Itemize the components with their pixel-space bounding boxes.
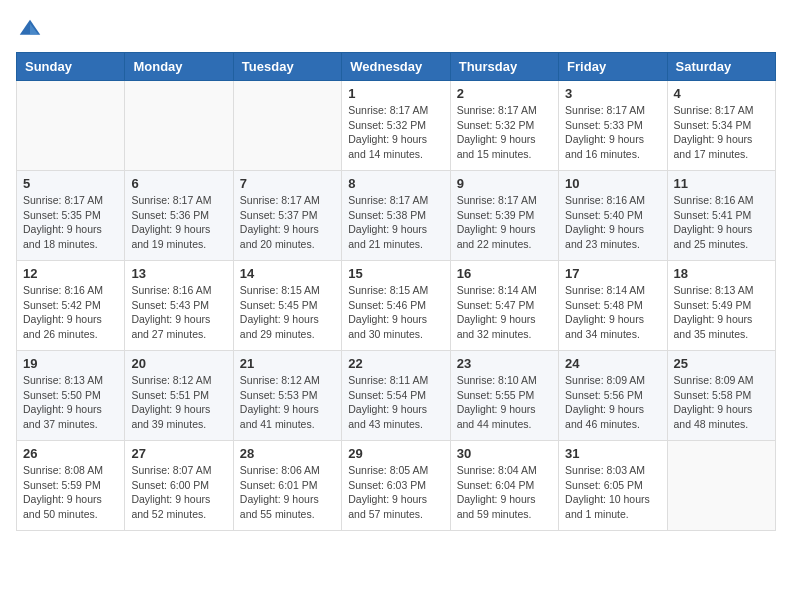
day-info: Sunrise: 8:17 AMSunset: 5:38 PMDaylight:… [348, 193, 443, 252]
day-number: 5 [23, 176, 118, 191]
logo-icon [16, 16, 44, 44]
calendar-empty-cell [233, 81, 341, 171]
day-number: 30 [457, 446, 552, 461]
day-number: 27 [131, 446, 226, 461]
day-info: Sunrise: 8:13 AMSunset: 5:50 PMDaylight:… [23, 373, 118, 432]
day-number: 9 [457, 176, 552, 191]
day-info: Sunrise: 8:17 AMSunset: 5:35 PMDaylight:… [23, 193, 118, 252]
page-header [16, 16, 776, 44]
day-info: Sunrise: 8:16 AMSunset: 5:40 PMDaylight:… [565, 193, 660, 252]
day-number: 11 [674, 176, 769, 191]
calendar-day-9: 9Sunrise: 8:17 AMSunset: 5:39 PMDaylight… [450, 171, 558, 261]
calendar-day-21: 21Sunrise: 8:12 AMSunset: 5:53 PMDayligh… [233, 351, 341, 441]
day-info: Sunrise: 8:17 AMSunset: 5:32 PMDaylight:… [348, 103, 443, 162]
day-info: Sunrise: 8:08 AMSunset: 5:59 PMDaylight:… [23, 463, 118, 522]
day-number: 21 [240, 356, 335, 371]
calendar-day-20: 20Sunrise: 8:12 AMSunset: 5:51 PMDayligh… [125, 351, 233, 441]
calendar-week-row: 19Sunrise: 8:13 AMSunset: 5:50 PMDayligh… [17, 351, 776, 441]
day-info: Sunrise: 8:17 AMSunset: 5:37 PMDaylight:… [240, 193, 335, 252]
day-number: 25 [674, 356, 769, 371]
weekday-header-wednesday: Wednesday [342, 53, 450, 81]
calendar-day-24: 24Sunrise: 8:09 AMSunset: 5:56 PMDayligh… [559, 351, 667, 441]
calendar-day-12: 12Sunrise: 8:16 AMSunset: 5:42 PMDayligh… [17, 261, 125, 351]
weekday-header-sunday: Sunday [17, 53, 125, 81]
day-number: 18 [674, 266, 769, 281]
day-number: 13 [131, 266, 226, 281]
calendar-week-row: 12Sunrise: 8:16 AMSunset: 5:42 PMDayligh… [17, 261, 776, 351]
calendar-day-23: 23Sunrise: 8:10 AMSunset: 5:55 PMDayligh… [450, 351, 558, 441]
day-info: Sunrise: 8:12 AMSunset: 5:53 PMDaylight:… [240, 373, 335, 432]
day-info: Sunrise: 8:17 AMSunset: 5:36 PMDaylight:… [131, 193, 226, 252]
calendar-day-30: 30Sunrise: 8:04 AMSunset: 6:04 PMDayligh… [450, 441, 558, 531]
day-info: Sunrise: 8:14 AMSunset: 5:47 PMDaylight:… [457, 283, 552, 342]
day-info: Sunrise: 8:09 AMSunset: 5:56 PMDaylight:… [565, 373, 660, 432]
day-number: 19 [23, 356, 118, 371]
day-number: 1 [348, 86, 443, 101]
calendar-day-2: 2Sunrise: 8:17 AMSunset: 5:32 PMDaylight… [450, 81, 558, 171]
weekday-header-row: SundayMondayTuesdayWednesdayThursdayFrid… [17, 53, 776, 81]
day-info: Sunrise: 8:06 AMSunset: 6:01 PMDaylight:… [240, 463, 335, 522]
weekday-header-tuesday: Tuesday [233, 53, 341, 81]
calendar-day-3: 3Sunrise: 8:17 AMSunset: 5:33 PMDaylight… [559, 81, 667, 171]
calendar-day-19: 19Sunrise: 8:13 AMSunset: 5:50 PMDayligh… [17, 351, 125, 441]
day-info: Sunrise: 8:13 AMSunset: 5:49 PMDaylight:… [674, 283, 769, 342]
day-info: Sunrise: 8:17 AMSunset: 5:34 PMDaylight:… [674, 103, 769, 162]
weekday-header-friday: Friday [559, 53, 667, 81]
calendar-week-row: 26Sunrise: 8:08 AMSunset: 5:59 PMDayligh… [17, 441, 776, 531]
day-info: Sunrise: 8:16 AMSunset: 5:41 PMDaylight:… [674, 193, 769, 252]
day-number: 12 [23, 266, 118, 281]
calendar-day-25: 25Sunrise: 8:09 AMSunset: 5:58 PMDayligh… [667, 351, 775, 441]
calendar-day-22: 22Sunrise: 8:11 AMSunset: 5:54 PMDayligh… [342, 351, 450, 441]
day-info: Sunrise: 8:17 AMSunset: 5:33 PMDaylight:… [565, 103, 660, 162]
calendar-day-8: 8Sunrise: 8:17 AMSunset: 5:38 PMDaylight… [342, 171, 450, 261]
day-info: Sunrise: 8:16 AMSunset: 5:43 PMDaylight:… [131, 283, 226, 342]
logo [16, 16, 48, 44]
weekday-header-monday: Monday [125, 53, 233, 81]
calendar-day-10: 10Sunrise: 8:16 AMSunset: 5:40 PMDayligh… [559, 171, 667, 261]
calendar-day-31: 31Sunrise: 8:03 AMSunset: 6:05 PMDayligh… [559, 441, 667, 531]
day-number: 28 [240, 446, 335, 461]
day-info: Sunrise: 8:14 AMSunset: 5:48 PMDaylight:… [565, 283, 660, 342]
calendar-empty-cell [125, 81, 233, 171]
day-info: Sunrise: 8:17 AMSunset: 5:39 PMDaylight:… [457, 193, 552, 252]
day-info: Sunrise: 8:15 AMSunset: 5:46 PMDaylight:… [348, 283, 443, 342]
calendar-day-16: 16Sunrise: 8:14 AMSunset: 5:47 PMDayligh… [450, 261, 558, 351]
calendar-day-13: 13Sunrise: 8:16 AMSunset: 5:43 PMDayligh… [125, 261, 233, 351]
day-info: Sunrise: 8:15 AMSunset: 5:45 PMDaylight:… [240, 283, 335, 342]
day-number: 10 [565, 176, 660, 191]
day-number: 3 [565, 86, 660, 101]
day-number: 6 [131, 176, 226, 191]
calendar-day-17: 17Sunrise: 8:14 AMSunset: 5:48 PMDayligh… [559, 261, 667, 351]
calendar-day-7: 7Sunrise: 8:17 AMSunset: 5:37 PMDaylight… [233, 171, 341, 261]
calendar-day-11: 11Sunrise: 8:16 AMSunset: 5:41 PMDayligh… [667, 171, 775, 261]
day-number: 15 [348, 266, 443, 281]
day-info: Sunrise: 8:04 AMSunset: 6:04 PMDaylight:… [457, 463, 552, 522]
day-number: 4 [674, 86, 769, 101]
day-number: 23 [457, 356, 552, 371]
day-info: Sunrise: 8:05 AMSunset: 6:03 PMDaylight:… [348, 463, 443, 522]
calendar-day-29: 29Sunrise: 8:05 AMSunset: 6:03 PMDayligh… [342, 441, 450, 531]
calendar-day-14: 14Sunrise: 8:15 AMSunset: 5:45 PMDayligh… [233, 261, 341, 351]
calendar-empty-cell [17, 81, 125, 171]
day-info: Sunrise: 8:16 AMSunset: 5:42 PMDaylight:… [23, 283, 118, 342]
calendar-week-row: 5Sunrise: 8:17 AMSunset: 5:35 PMDaylight… [17, 171, 776, 261]
day-number: 16 [457, 266, 552, 281]
calendar-day-15: 15Sunrise: 8:15 AMSunset: 5:46 PMDayligh… [342, 261, 450, 351]
calendar-empty-cell [667, 441, 775, 531]
day-number: 24 [565, 356, 660, 371]
day-number: 14 [240, 266, 335, 281]
calendar-day-6: 6Sunrise: 8:17 AMSunset: 5:36 PMDaylight… [125, 171, 233, 261]
calendar-week-row: 1Sunrise: 8:17 AMSunset: 5:32 PMDaylight… [17, 81, 776, 171]
day-number: 17 [565, 266, 660, 281]
day-info: Sunrise: 8:03 AMSunset: 6:05 PMDaylight:… [565, 463, 660, 522]
day-number: 31 [565, 446, 660, 461]
calendar-day-27: 27Sunrise: 8:07 AMSunset: 6:00 PMDayligh… [125, 441, 233, 531]
day-info: Sunrise: 8:07 AMSunset: 6:00 PMDaylight:… [131, 463, 226, 522]
day-info: Sunrise: 8:11 AMSunset: 5:54 PMDaylight:… [348, 373, 443, 432]
day-number: 2 [457, 86, 552, 101]
calendar-day-18: 18Sunrise: 8:13 AMSunset: 5:49 PMDayligh… [667, 261, 775, 351]
day-info: Sunrise: 8:09 AMSunset: 5:58 PMDaylight:… [674, 373, 769, 432]
day-info: Sunrise: 8:10 AMSunset: 5:55 PMDaylight:… [457, 373, 552, 432]
day-info: Sunrise: 8:17 AMSunset: 5:32 PMDaylight:… [457, 103, 552, 162]
day-info: Sunrise: 8:12 AMSunset: 5:51 PMDaylight:… [131, 373, 226, 432]
